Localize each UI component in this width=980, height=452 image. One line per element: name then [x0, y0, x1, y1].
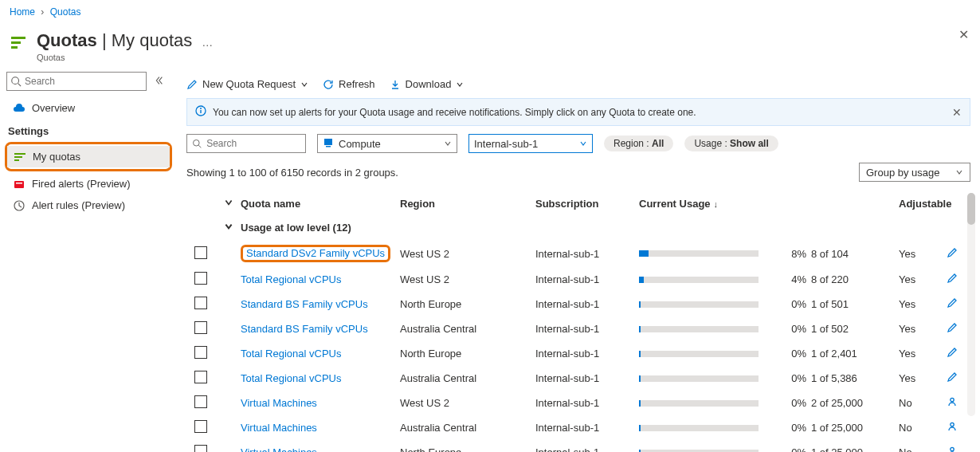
sidebar-search[interactable] — [6, 72, 147, 91]
page-title: Quotas — [37, 30, 97, 51]
records-count: Showing 1 to 100 of 6150 records in 2 gr… — [186, 167, 398, 179]
page-subtitle: | — [97, 30, 112, 51]
row-checkbox[interactable] — [194, 445, 207, 452]
provider-value: Compute — [339, 138, 381, 150]
row-checkbox[interactable] — [194, 246, 207, 259]
collapse-sidebar-button[interactable] — [153, 75, 164, 88]
cell-subscription: Internal-sub-1 — [535, 446, 639, 452]
group-row[interactable]: Usage at low level (12) — [186, 215, 970, 240]
quota-link[interactable]: Total Regional vCPUs — [241, 273, 341, 285]
svg-rect-17 — [326, 146, 331, 147]
cell-region: Australia Central — [400, 422, 535, 434]
breadcrumb-current[interactable]: Quotas — [50, 6, 81, 18]
sidebar-item-my-quotas[interactable]: My quotas — [7, 146, 170, 167]
pencil-icon — [186, 79, 198, 90]
col-region[interactable]: Region — [400, 198, 535, 210]
group-label: Usage at low level (12) — [241, 222, 351, 234]
cell-usage-bar — [639, 351, 774, 357]
sidebar-label-my-quotas: My quotas — [33, 151, 80, 163]
quota-link[interactable]: Standard BS Family vCPUs — [241, 323, 368, 335]
cell-usage-bar — [639, 425, 774, 431]
download-button[interactable]: Download — [390, 78, 465, 90]
row-checkbox[interactable] — [194, 420, 207, 433]
group-by-dropdown[interactable]: Group by usage — [859, 163, 970, 182]
cell-adjustable: Yes — [899, 248, 947, 260]
cell-usage-pct: 4% — [774, 273, 811, 285]
chevron-down-icon — [955, 168, 963, 176]
quota-link[interactable]: Standard BS Family vCPUs — [241, 298, 368, 310]
quota-search-input[interactable] — [206, 138, 300, 149]
table-row: Total Regional vCPUsWest US 2Internal-su… — [186, 267, 970, 292]
row-checkbox[interactable] — [194, 371, 207, 383]
cell-usage-bar — [639, 375, 774, 382]
quota-link[interactable]: Virtual Machines — [241, 397, 317, 409]
row-checkbox[interactable] — [194, 272, 207, 285]
breadcrumb-home[interactable]: Home — [10, 6, 35, 18]
col-adjustable[interactable]: Adjustable — [899, 198, 947, 210]
refresh-button[interactable]: Refresh — [323, 78, 375, 90]
info-icon — [195, 105, 206, 119]
new-quota-request-button[interactable]: New Quota Request — [186, 78, 308, 90]
my-quotas-highlight: My quotas — [5, 142, 172, 171]
cell-adjustable: Yes — [899, 273, 947, 285]
table-row: Total Regional vCPUsAustralia CentralInt… — [186, 366, 970, 391]
table-row: Virtual MachinesWest US 2Internal-sub-10… — [186, 391, 970, 415]
subscription-dropdown[interactable]: Internal-sub-1 — [468, 134, 593, 153]
cell-region: West US 2 — [400, 273, 535, 285]
banner-close-button[interactable]: ✕ — [952, 106, 962, 119]
provider-dropdown[interactable]: Compute — [317, 134, 457, 153]
sidebar-label-overview: Overview — [32, 102, 75, 114]
row-checkbox[interactable] — [194, 321, 207, 334]
cell-adjustable: Yes — [899, 372, 947, 384]
cell-usage-bar — [639, 326, 774, 332]
cell-subscription: Internal-sub-1 — [535, 422, 639, 434]
sidebar-item-alert-rules[interactable]: Alert rules (Preview) — [6, 195, 172, 216]
more-menu-button[interactable]: … — [202, 36, 213, 49]
cell-adjustable: No — [899, 446, 947, 452]
svg-point-14 — [194, 140, 200, 146]
breadcrumb: Home › Quotas — [0, 0, 980, 24]
cell-usage-bar — [639, 450, 774, 453]
expand-all-button[interactable] — [217, 198, 241, 210]
close-button[interactable]: ✕ — [958, 27, 969, 42]
quota-search[interactable] — [186, 134, 306, 153]
svg-line-4 — [18, 84, 22, 87]
sidebar-item-fired-alerts[interactable]: Fired alerts (Preview) — [6, 173, 172, 195]
scrollbar[interactable] — [967, 193, 975, 416]
region-filter-pill[interactable]: Region : All — [604, 136, 673, 151]
quota-link[interactable]: Total Regional vCPUs — [241, 372, 341, 384]
compute-icon — [323, 137, 334, 151]
quota-link[interactable]: Virtual Machines — [241, 446, 317, 452]
cell-quota-name: Virtual Machines — [241, 422, 400, 434]
table-header: Quota name Region Subscription Current U… — [186, 193, 970, 215]
resource-type: Quotas — [37, 53, 213, 62]
sort-ascending-icon: ↓ — [714, 199, 719, 209]
row-checkbox[interactable] — [194, 297, 207, 309]
sidebar-search-input[interactable] — [25, 76, 143, 87]
col-subscription[interactable]: Subscription — [535, 198, 639, 210]
quota-link[interactable]: Total Regional vCPUs — [241, 348, 341, 360]
sidebar-item-overview[interactable]: Overview — [6, 97, 172, 119]
cell-adjustable: No — [899, 397, 947, 409]
person-icon[interactable] — [947, 421, 970, 434]
cell-subscription: Internal-sub-1 — [535, 372, 639, 384]
cell-usage-text: 1 of 501 — [811, 298, 899, 310]
region-value: All — [652, 138, 664, 149]
usage-filter-pill[interactable]: Usage : Show all — [684, 136, 778, 151]
row-checkbox[interactable] — [194, 346, 207, 359]
svg-point-19 — [951, 423, 954, 426]
quota-link[interactable]: Virtual Machines — [241, 422, 317, 434]
table-row: Standard BS Family vCPUsNorth EuropeInte… — [186, 292, 970, 316]
col-quota-name[interactable]: Quota name — [241, 198, 400, 210]
cell-region: North Europe — [400, 348, 535, 360]
cloud-icon — [13, 104, 25, 113]
row-checkbox[interactable] — [194, 395, 207, 408]
cell-usage-bar — [639, 277, 774, 283]
quotas-icon — [10, 33, 29, 53]
col-current-usage[interactable]: Current Usage↓ — [639, 198, 774, 210]
scrollbar-thumb[interactable] — [967, 193, 975, 225]
person-icon[interactable] — [947, 446, 970, 452]
quota-link[interactable]: Standard DSv2 Family vCPUs — [246, 247, 385, 259]
cell-region: Australia Central — [400, 323, 535, 335]
table-row: Virtual MachinesNorth EuropeInternal-sub… — [186, 440, 970, 452]
